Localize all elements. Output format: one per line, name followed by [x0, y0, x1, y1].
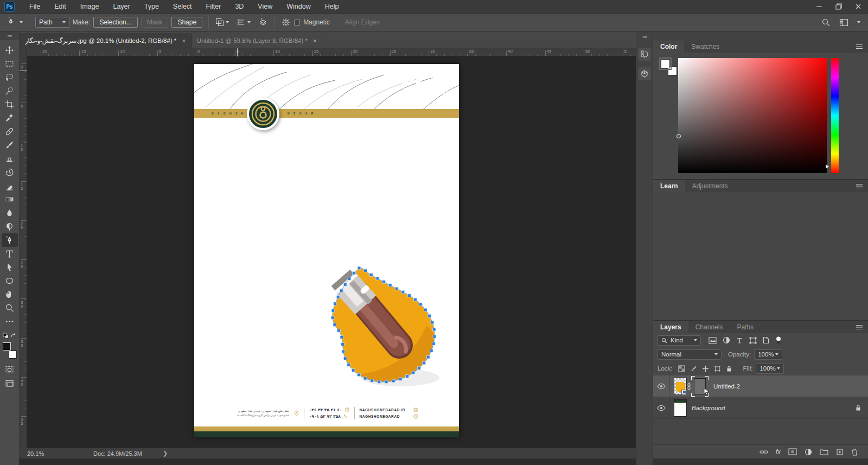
layer-thumbnail[interactable] — [674, 399, 687, 417]
ruler-origin-corner[interactable] — [20, 48, 27, 56]
tab-swatches[interactable]: Swatches — [684, 41, 726, 53]
filter-toggle-icon[interactable] — [775, 336, 782, 345]
foreground-background-swatch[interactable] — [3, 342, 17, 359]
type-tool[interactable] — [2, 247, 18, 260]
menu-select[interactable]: Select — [166, 0, 199, 14]
menu-3d[interactable]: 3D — [228, 0, 251, 14]
background-color-swatch[interactable] — [9, 351, 17, 359]
lock-transparency-icon[interactable] — [678, 365, 685, 372]
menu-file[interactable]: File — [22, 0, 47, 14]
new-layer-icon[interactable] — [836, 448, 844, 456]
layer-name[interactable]: Background — [692, 405, 725, 411]
visibility-eye-icon[interactable] — [657, 383, 666, 390]
horizontal-ruler[interactable]: 2015105051015202530354045505 — [20, 48, 636, 56]
pen-tool-preset-icon[interactable] — [5, 17, 16, 28]
document-canvas[interactable]: گروه چاپ و تبلیغات نقش‌ونگار نقش‌ونگار س… — [194, 64, 459, 437]
crop-tool[interactable] — [2, 98, 18, 111]
layer-row-untitled-2[interactable]: Untitled-2 — [653, 375, 868, 397]
lock-position-icon[interactable] — [702, 365, 709, 372]
panel-menu-icon[interactable] — [856, 43, 863, 50]
toolbar-collapse-icon[interactable]: »» — [0, 31, 19, 40]
pen-tool[interactable] — [2, 233, 18, 247]
tab-channels[interactable]: Channels — [688, 321, 730, 333]
tab-layers[interactable]: Layers — [653, 321, 688, 333]
tab-close-icon[interactable]: × — [313, 37, 316, 44]
path-arrange-icon[interactable] — [258, 17, 269, 28]
color-cursor[interactable] — [676, 134, 681, 138]
screen-mode-icon[interactable] — [2, 377, 18, 390]
foreground-color-swatch[interactable] — [3, 342, 11, 351]
expand-panels-icon[interactable]: «« — [642, 33, 647, 41]
lock-artboard-icon[interactable] — [714, 365, 721, 372]
menu-filter[interactable]: Filter — [199, 0, 228, 14]
ellipse-shape-tool[interactable] — [2, 274, 18, 288]
clone-stamp-tool[interactable] — [2, 152, 18, 165]
add-layer-mask-icon[interactable] — [788, 448, 797, 455]
workspace-switcher-icon[interactable] — [839, 18, 848, 27]
zoom-level-field[interactable]: 20.1% — [20, 450, 62, 457]
rectangular-marquee-tool[interactable] — [2, 57, 18, 71]
eyedropper-tool[interactable] — [2, 111, 18, 125]
hand-tool[interactable] — [2, 288, 18, 301]
layer-thumbnail[interactable] — [674, 378, 687, 395]
layer-style-fx-icon[interactable]: fx — [776, 448, 781, 456]
panel-menu-icon[interactable] — [856, 183, 863, 189]
tab-learn[interactable]: Learn — [653, 180, 685, 192]
layer-filter-kind-select[interactable]: Kind — [658, 335, 701, 346]
quick-mask-icon[interactable] — [2, 363, 18, 377]
close-icon[interactable] — [855, 3, 861, 10]
mask-link-icon[interactable] — [687, 383, 691, 390]
tab-color[interactable]: Color — [653, 41, 684, 53]
move-tool[interactable] — [2, 43, 18, 57]
hue-slider-marker[interactable] — [826, 164, 829, 169]
path-alignment-icon[interactable] — [237, 17, 251, 27]
layer-lock-icon[interactable] — [855, 404, 861, 411]
blur-tool[interactable] — [2, 206, 18, 220]
pen-mode-select[interactable]: Path — [35, 17, 69, 28]
filter-shape-layers-icon[interactable] — [749, 337, 757, 344]
lock-pixels-icon[interactable] — [690, 365, 697, 372]
swap-colors-icon[interactable] — [10, 333, 17, 340]
menu-type[interactable]: Type — [137, 0, 166, 14]
layer-row-background[interactable]: Background — [653, 397, 868, 419]
tab-paths[interactable]: Paths — [730, 321, 761, 333]
filter-adjustment-layers-icon[interactable] — [723, 336, 730, 344]
lock-all-icon[interactable] — [726, 365, 732, 372]
dodge-tool[interactable] — [2, 220, 18, 233]
fill-field[interactable]: 100% — [756, 364, 784, 374]
filter-type-layers-icon[interactable] — [736, 337, 743, 344]
path-operations-icon[interactable] — [215, 17, 229, 27]
vertical-ruler[interactable]: 051 01 52 02 53 03 54 04 5 — [20, 56, 27, 448]
tab-close-icon[interactable]: × — [182, 37, 185, 44]
3d-panel-icon[interactable] — [638, 67, 651, 80]
menu-image[interactable]: Image — [73, 0, 106, 14]
new-adjustment-layer-icon[interactable] — [805, 448, 812, 456]
brush-tool[interactable] — [2, 138, 18, 152]
menu-view[interactable]: View — [251, 0, 279, 14]
gradient-tool[interactable] — [2, 193, 18, 206]
visibility-eye-icon[interactable] — [657, 405, 666, 411]
panel-menu-icon[interactable] — [856, 324, 863, 330]
canvas-viewport[interactable]: 051 01 52 02 53 03 54 04 5 — [20, 56, 636, 448]
filter-smart-objects-icon[interactable] — [763, 336, 769, 344]
link-layers-icon[interactable] — [760, 448, 768, 456]
lasso-tool[interactable] — [2, 71, 18, 84]
search-icon[interactable] — [821, 18, 831, 27]
magnetic-checkbox[interactable] — [294, 20, 300, 26]
pen-path-selection-artwork[interactable] — [319, 259, 449, 390]
delete-layer-icon[interactable] — [851, 448, 858, 456]
menu-window[interactable]: Window — [279, 0, 317, 14]
saturation-brightness-field[interactable] — [678, 58, 827, 173]
zoom-tool[interactable] — [2, 301, 18, 315]
spot-healing-brush-tool[interactable] — [2, 125, 18, 138]
restore-icon[interactable] — [835, 3, 842, 10]
make-shape-button[interactable]: Shape — [171, 17, 202, 28]
opacity-field[interactable]: 100% — [754, 349, 782, 360]
hue-slider[interactable] — [831, 58, 839, 173]
color-panel-swatch-pair[interactable] — [661, 59, 677, 75]
menu-edit[interactable]: Edit — [47, 0, 73, 14]
filter-pixel-layers-icon[interactable] — [709, 337, 717, 344]
status-chevron-icon[interactable]: ❯ — [142, 450, 168, 457]
path-selection-tool[interactable] — [2, 260, 18, 274]
tool-preset-chevron-icon[interactable] — [20, 21, 23, 23]
